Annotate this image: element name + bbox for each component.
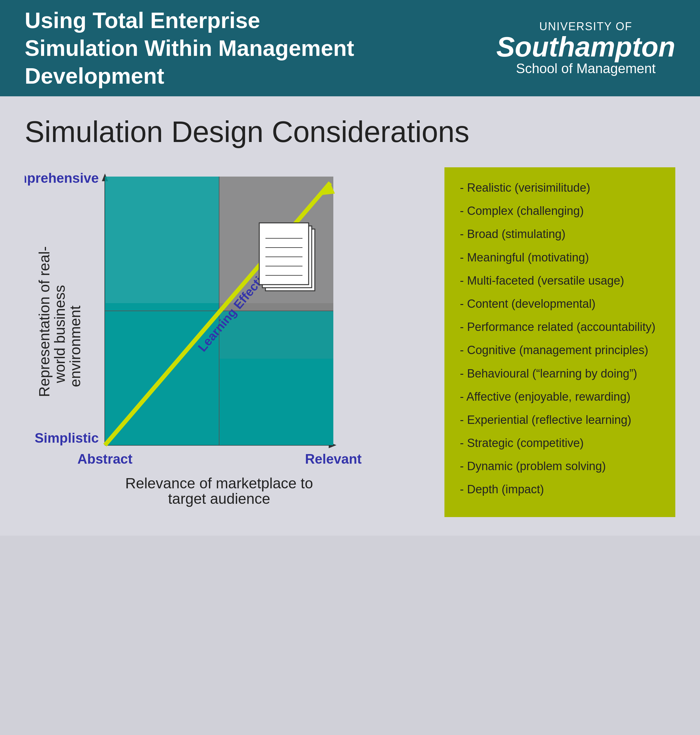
list-item: - Performance related (accountability) <box>460 319 660 335</box>
list-item: - Strategic (competitive) <box>460 435 660 451</box>
header: Using Total Enterprise Simulation Within… <box>0 0 700 96</box>
y-axis-bottom-label: Simplistic <box>35 430 99 445</box>
y-axis-top-label: Comprehensive <box>25 170 99 186</box>
x-axis-description: Relevance of marketplace to <box>125 475 313 492</box>
chart-svg: Learning Effectiveness <box>25 167 426 507</box>
considerations-list: - Realistic (verisimilitude)- Complex (c… <box>444 167 675 517</box>
list-item: - Dynamic (problem solving) <box>460 458 660 474</box>
list-item: - Meaningful (motivating) <box>460 249 660 266</box>
list-item: - Broad (stimulating) <box>460 226 660 242</box>
chart-container: Learning Effectiveness <box>25 167 426 508</box>
x-axis-description2: target audience <box>168 490 271 507</box>
list-item: - Content (developmental) <box>460 296 660 312</box>
list-item: - Experiential (reflective learning) <box>460 412 660 428</box>
list-item: - Depth (impact) <box>460 481 660 498</box>
y-axis-description3: environment <box>67 306 83 387</box>
y-axis-description2: world business <box>51 285 68 383</box>
list-item: - Affective (enjoyable, rewarding) <box>460 389 660 405</box>
list-item: - Complex (challenging) <box>460 203 660 219</box>
logo-area: UNIVERSITY OF Southampton School of Mana… <box>496 20 675 76</box>
x-axis-right-label: Relevant <box>305 451 362 467</box>
list-item: - Realistic (verisimilitude) <box>460 180 660 196</box>
content-row: Learning Effectiveness <box>25 167 675 517</box>
list-item: - Behavioural (“learning by doing”) <box>460 365 660 382</box>
svg-rect-8 <box>105 177 219 311</box>
section-title: Simulation Design Considerations <box>25 115 675 149</box>
logo-school: School of Management <box>496 61 675 76</box>
svg-rect-11 <box>219 311 333 445</box>
list-item: - Multi-faceted (versatile usage) <box>460 272 660 289</box>
x-axis-left-label: Abstract <box>78 451 133 467</box>
main-content: Simulation Design Considerations <box>0 96 700 536</box>
header-title: Using Total Enterprise Simulation Within… <box>25 6 364 90</box>
logo-university-of: UNIVERSITY OF <box>496 20 675 33</box>
list-item: - Cognitive (management principles) <box>460 342 660 358</box>
logo-southampton: Southampton <box>496 33 675 61</box>
y-axis-description: Representation of real- <box>36 246 53 397</box>
